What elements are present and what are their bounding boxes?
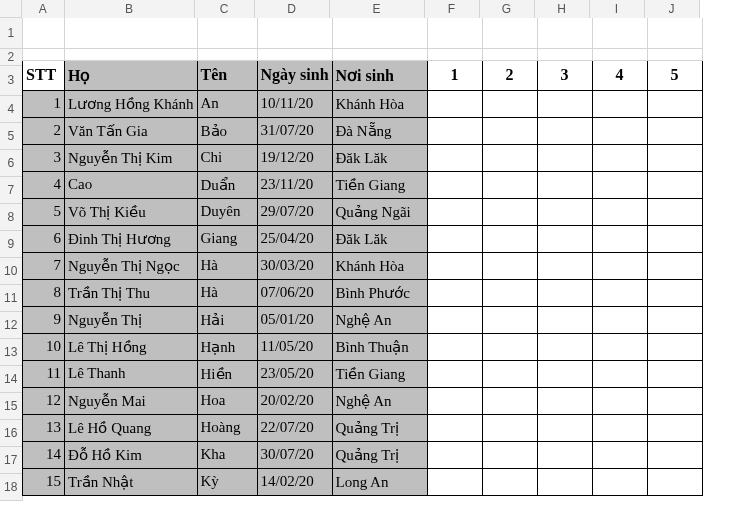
cell-I17[interactable]: [592, 441, 647, 468]
cell-stt-12[interactable]: 9: [23, 306, 65, 333]
cell-ten-4[interactable]: An: [197, 90, 257, 117]
cell-J18[interactable]: [647, 468, 702, 495]
cell-H10[interactable]: [537, 252, 592, 279]
cell-ho-4[interactable]: Lương Hồng Khánh: [65, 90, 198, 117]
cell-ho-16[interactable]: Lê Hồ Quang: [65, 414, 198, 441]
cell-ho-7[interactable]: Cao: [65, 171, 198, 198]
row-header-14[interactable]: 14: [0, 365, 22, 392]
cell-J1[interactable]: [647, 18, 702, 48]
cell-G7[interactable]: [482, 171, 537, 198]
cell-G12[interactable]: [482, 306, 537, 333]
header-ngaysinh[interactable]: Ngày sinh: [257, 60, 332, 90]
cell-ten-9[interactable]: Giang: [197, 225, 257, 252]
cell-G5[interactable]: [482, 117, 537, 144]
cell-stt-11[interactable]: 8: [23, 279, 65, 306]
cell-noisinh-7[interactable]: Tiền Giang: [332, 171, 427, 198]
cell-ngaysinh-13[interactable]: 11/05/20: [257, 333, 332, 360]
cell-noisinh-8[interactable]: Quảng Ngãi: [332, 198, 427, 225]
cell-ten-16[interactable]: Hoàng: [197, 414, 257, 441]
cell-J7[interactable]: [647, 171, 702, 198]
cell-stt-7[interactable]: 4: [23, 171, 65, 198]
cell-ten-8[interactable]: Duyên: [197, 198, 257, 225]
row-header-16[interactable]: 16: [0, 419, 22, 446]
cell-C1[interactable]: [197, 18, 257, 48]
cell-ngaysinh-9[interactable]: 25/04/20: [257, 225, 332, 252]
cell-stt-18[interactable]: 15: [23, 468, 65, 495]
spreadsheet[interactable]: ABCDEFGHIJ 123456789101112131415161718 S…: [0, 0, 730, 516]
cell-I15[interactable]: [592, 387, 647, 414]
cell-J13[interactable]: [647, 333, 702, 360]
cell-I13[interactable]: [592, 333, 647, 360]
cell-J8[interactable]: [647, 198, 702, 225]
cell-ho-18[interactable]: Trần Nhật: [65, 468, 198, 495]
cells-grid[interactable]: STTHọTênNgày sinhNơi sinh123451Lương Hồn…: [22, 18, 703, 496]
cell-I2[interactable]: [592, 48, 647, 60]
cell-noisinh-6[interactable]: Đăk Lăk: [332, 144, 427, 171]
cell-I11[interactable]: [592, 279, 647, 306]
cell-G17[interactable]: [482, 441, 537, 468]
cell-ngaysinh-7[interactable]: 23/11/20: [257, 171, 332, 198]
cell-ngaysinh-12[interactable]: 05/01/20: [257, 306, 332, 333]
cell-I5[interactable]: [592, 117, 647, 144]
cell-D1[interactable]: [257, 18, 332, 48]
cell-H11[interactable]: [537, 279, 592, 306]
cell-stt-4[interactable]: 1: [23, 90, 65, 117]
cell-ho-11[interactable]: Trần Thị Thu: [65, 279, 198, 306]
cell-ho-5[interactable]: Văn Tấn Gia: [65, 117, 198, 144]
cell-ten-7[interactable]: Duẩn: [197, 171, 257, 198]
cell-F15[interactable]: [427, 387, 482, 414]
header-j[interactable]: 5: [647, 60, 702, 90]
cell-F4[interactable]: [427, 90, 482, 117]
cell-J12[interactable]: [647, 306, 702, 333]
cell-H7[interactable]: [537, 171, 592, 198]
cell-G2[interactable]: [482, 48, 537, 60]
cell-H6[interactable]: [537, 144, 592, 171]
header-h[interactable]: 3: [537, 60, 592, 90]
cell-noisinh-15[interactable]: Nghệ An: [332, 387, 427, 414]
cell-ngaysinh-8[interactable]: 29/07/20: [257, 198, 332, 225]
cell-F2[interactable]: [427, 48, 482, 60]
cell-I12[interactable]: [592, 306, 647, 333]
cell-F11[interactable]: [427, 279, 482, 306]
cell-F14[interactable]: [427, 360, 482, 387]
cell-B1[interactable]: [65, 18, 198, 48]
cell-F8[interactable]: [427, 198, 482, 225]
cell-stt-14[interactable]: 11: [23, 360, 65, 387]
cell-ngaysinh-18[interactable]: 14/02/20: [257, 468, 332, 495]
cell-H14[interactable]: [537, 360, 592, 387]
cell-I7[interactable]: [592, 171, 647, 198]
cell-F9[interactable]: [427, 225, 482, 252]
header-stt[interactable]: STT: [23, 60, 65, 90]
cell-ho-8[interactable]: Võ Thị Kiều: [65, 198, 198, 225]
row-header-17[interactable]: 17: [0, 446, 22, 473]
cell-noisinh-14[interactable]: Tiền Giang: [332, 360, 427, 387]
cell-G14[interactable]: [482, 360, 537, 387]
cell-ten-14[interactable]: Hiền: [197, 360, 257, 387]
cell-J5[interactable]: [647, 117, 702, 144]
cell-ho-13[interactable]: Lê Thị Hồng: [65, 333, 198, 360]
cell-ten-18[interactable]: Kỳ: [197, 468, 257, 495]
cell-F16[interactable]: [427, 414, 482, 441]
cell-noisinh-13[interactable]: Bình Thuận: [332, 333, 427, 360]
row-header-13[interactable]: 13: [0, 338, 22, 365]
cell-H2[interactable]: [537, 48, 592, 60]
cell-stt-9[interactable]: 6: [23, 225, 65, 252]
cell-H9[interactable]: [537, 225, 592, 252]
cell-noisinh-5[interactable]: Đà Nẵng: [332, 117, 427, 144]
cell-ngaysinh-11[interactable]: 07/06/20: [257, 279, 332, 306]
cell-H16[interactable]: [537, 414, 592, 441]
row-header-8[interactable]: 8: [0, 203, 22, 230]
cell-H12[interactable]: [537, 306, 592, 333]
cell-A2[interactable]: [23, 48, 65, 60]
header-noisinh[interactable]: Nơi sinh: [332, 60, 427, 90]
cell-H1[interactable]: [537, 18, 592, 48]
cell-noisinh-9[interactable]: Đăk Lăk: [332, 225, 427, 252]
cell-B2[interactable]: [65, 48, 198, 60]
cell-H13[interactable]: [537, 333, 592, 360]
col-header-G[interactable]: G: [479, 0, 534, 18]
cell-D2[interactable]: [257, 48, 332, 60]
cell-F18[interactable]: [427, 468, 482, 495]
cell-ten-15[interactable]: Hoa: [197, 387, 257, 414]
header-ten[interactable]: Tên: [197, 60, 257, 90]
cell-stt-10[interactable]: 7: [23, 252, 65, 279]
